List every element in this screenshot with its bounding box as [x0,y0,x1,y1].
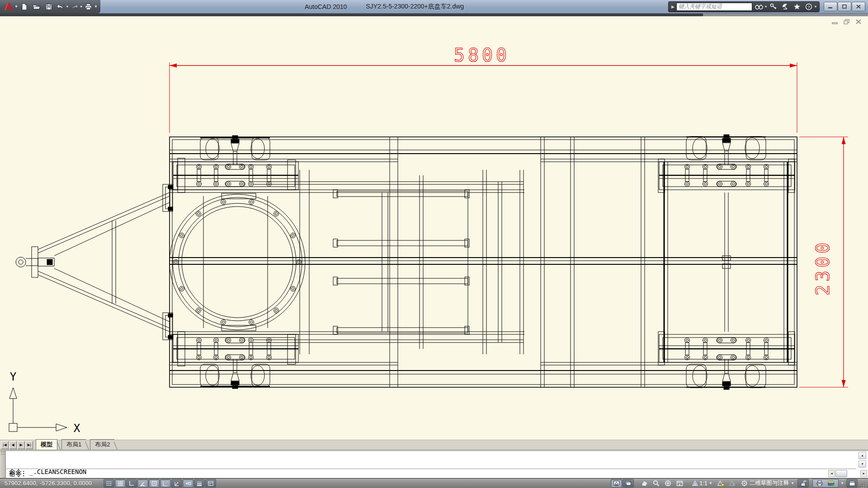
resize-grip-icon[interactable] [860,482,867,488]
coordinate-display[interactable]: 57902.6400, -5726.3300, 0.0000 [5,480,97,487]
first-tab-button[interactable]: |◀ [1,441,9,449]
window-title: AutoCAD 2010 SJY2.5-5-2300-2200+底盘车2.dwg [100,3,668,11]
favorites-button[interactable] [792,2,802,11]
save-button[interactable] [43,1,54,12]
grid-toggle[interactable] [115,479,126,488]
scrollbar-thumb[interactable] [835,470,847,477]
model-button[interactable] [611,479,622,488]
tab-model[interactable]: 模型 [36,439,57,450]
application-menu-button[interactable] [3,1,14,12]
workspace-dropdown-icon[interactable]: ▼ [791,481,794,485]
command-vertical-scrollbar[interactable]: ▲ ▼ [859,452,866,468]
qat-customize-icon[interactable]: ▼ [94,5,98,9]
command-input[interactable]: 命令: [9,470,25,478]
lwt-toggle[interactable] [194,479,205,488]
tray-status-check-icon [828,480,835,487]
ducs-toggle[interactable] [171,479,182,488]
command-separator [6,469,856,469]
steering-wheel-icon [665,480,671,487]
ortho-toggle[interactable] [126,479,137,488]
last-tab-button[interactable]: ▶| [25,441,33,449]
search-dropdown-icon[interactable]: ▾ [765,5,767,9]
ucs-y-label: Y [10,371,17,383]
command-line-window[interactable]: 命令: _.CLEANSCREENON 命令: 命令: ▲ ▼ ◀ ▶ [0,450,868,478]
maximize-icon [842,5,847,9]
undo-dropdown-icon[interactable]: ▾ [66,5,68,9]
annotation-auto-icon [729,480,736,487]
turntable-bolt-circle [174,200,302,325]
help-dropdown-icon[interactable]: ▾ [815,5,816,9]
trusted-autodesk-button[interactable] [826,479,837,488]
app-title: AutoCAD 2010 [305,3,347,10]
annotation-scale-icon [692,480,698,486]
subscription-button[interactable] [769,2,778,11]
new-file-button[interactable] [19,1,30,12]
grid-lines-icon [117,480,123,487]
help-button[interactable]: ? [804,2,814,11]
redo-button[interactable] [69,1,80,12]
command-horizontal-scrollbar[interactable]: ◀ ▶ [828,470,867,477]
cleanscreen-icon [849,481,855,486]
plot-notify-button[interactable] [814,479,826,488]
command-window-grip[interactable] [0,451,6,479]
layout-icon [625,480,632,486]
undo-button[interactable] [55,1,66,12]
tab-layout1[interactable]: 布局1 [61,439,86,450]
scroll-right-icon[interactable]: ▶ [860,470,867,477]
annotation-auto-button[interactable] [727,479,738,488]
infocenter-search-input[interactable]: 键入关键字或短语 [676,3,752,11]
infocenter-collapse-icon[interactable]: ▶ [671,5,675,9]
object-snap-icon [151,480,157,487]
showmotion-button[interactable] [674,479,685,488]
infocenter: ▶ 键入关键字或短语 ▾ [668,1,820,12]
dim-width-text: 2300 [812,239,833,296]
communication-center-button[interactable] [780,2,790,11]
redo-dropdown-icon[interactable]: ▾ [80,5,82,9]
snap-toggle[interactable] [104,479,114,488]
zoom-button[interactable] [651,479,662,488]
otrack-toggle[interactable] [160,479,171,488]
appmenu-dropdown-icon[interactable]: ▼ [14,5,18,9]
dim-length-text: 5800 [454,45,510,66]
steeringwheel-button[interactable] [662,479,674,488]
maximize-button[interactable] [838,2,851,11]
key-icon [770,3,777,10]
scroll-down-icon[interactable]: ▼ [859,460,866,468]
undo-icon [57,4,65,10]
ucs-icon: Y X [9,371,80,435]
model-space-canvas[interactable]: 5800 2300 Y X [0,16,868,440]
scrollbar-track[interactable] [848,470,860,477]
polar-tracking-icon [140,480,146,487]
annotation-scale-dropdown-icon[interactable]: ▼ [709,481,712,485]
dyn-toggle[interactable] [183,479,193,488]
tab-navigation: |◀ ◀ ▶ ▶| [0,440,34,450]
search-button[interactable] [754,2,764,11]
dynamic-ucs-icon [174,480,180,487]
close-button[interactable] [852,2,865,11]
osnap-toggle[interactable] [149,479,160,488]
scroll-left-icon[interactable]: ◀ [828,470,835,477]
cleanscreen-button[interactable] [846,479,858,488]
dimension-length: 5800 [170,45,797,133]
tray-dropdown-icon[interactable]: ▼ [840,481,844,485]
next-tab-button[interactable]: ▶ [17,441,25,449]
pan-button[interactable] [639,479,650,488]
tab-layout2[interactable]: 布局2 [90,439,114,450]
annotation-tools: 1:1 ▼ [690,479,738,488]
annotation-visibility-button[interactable] [715,479,726,488]
title-bar: ▼ ▾ [0,0,868,14]
minimize-button[interactable] [824,2,837,11]
scroll-up-icon[interactable]: ▲ [859,452,866,459]
qp-toggle[interactable] [205,479,216,488]
polar-toggle[interactable] [137,479,148,488]
toolbar-lock-button[interactable] [797,479,809,488]
layout-button[interactable] [623,479,634,488]
workspace-switcher[interactable]: 二维草图与注释 ▼ [738,479,797,488]
previous-tab-button[interactable]: ◀ [9,441,17,449]
plot-button[interactable] [83,1,94,12]
annotation-scale-value: 1:1 [699,480,707,487]
open-file-button[interactable] [31,1,42,12]
annotation-scale-button[interactable]: 1:1 ▼ [690,479,714,488]
autocad-logo-icon [3,1,14,12]
minimize-icon [828,5,833,9]
